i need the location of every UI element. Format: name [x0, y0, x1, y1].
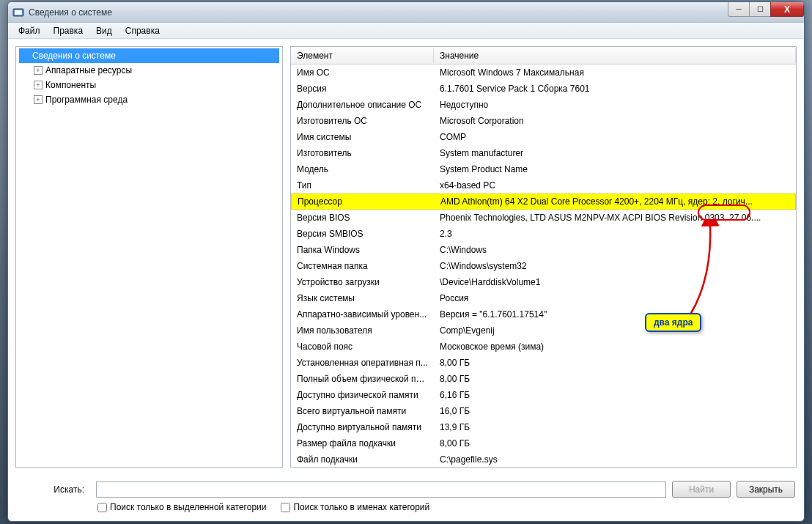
cell-element: Тип [291, 180, 434, 191]
cell-value: 8,00 ГБ [434, 358, 796, 368]
cell-element: Папка Windows [291, 245, 434, 255]
table-row[interactable]: Дополнительное описание ОСНедоступно [291, 97, 796, 113]
app-window: Сведения о системе ─ ☐ X Файл Правка Вид… [7, 1, 805, 522]
close-dialog-button[interactable]: Закрыть [737, 481, 795, 498]
table-row[interactable]: Размер файла подкачки8,00 ГБ [291, 435, 796, 451]
check-selected-category[interactable]: Поиск только в выделенной категории [97, 502, 266, 512]
table-row[interactable]: Доступно виртуальной памяти13,9 ГБ [291, 419, 796, 435]
table-row[interactable]: Устройство загрузки\Device\HarddiskVolum… [291, 274, 796, 290]
table-row[interactable]: Язык системыРоссия [291, 290, 796, 306]
check-selected-category-box[interactable] [97, 503, 107, 512]
expand-icon[interactable]: + [34, 95, 43, 104]
tree-hardware-resources[interactable]: + Аппаратные ресурсы [32, 63, 279, 78]
search-input[interactable] [96, 481, 666, 498]
details-pane: Элемент Значение Имя ОСMicrosoft Windows… [290, 46, 797, 468]
cell-value: System manufacturer [434, 148, 796, 158]
table-row[interactable]: ИзготовительSystem manufacturer [291, 145, 796, 161]
table-row[interactable]: Версия SMBIOS2.3 [291, 226, 796, 242]
menu-file[interactable]: Файл [12, 24, 46, 37]
cell-value: Microsoft Windows 7 Максимальная [434, 67, 796, 78]
table-row[interactable]: ПроцессорAMD Athlon(tm) 64 X2 Dual Core … [291, 193, 796, 210]
cell-element: Доступно виртуальной памяти [291, 422, 434, 432]
tree-label: Компоненты [45, 80, 96, 90]
cell-value: 6,16 ГБ [434, 390, 796, 400]
cell-value: Microsoft Corporation [434, 116, 796, 126]
column-element[interactable]: Элемент [291, 48, 434, 63]
table-row[interactable]: Доступно физической памяти6,16 ГБ [291, 387, 796, 403]
table-row[interactable]: Изготовитель ОСMicrosoft Corporation [291, 113, 796, 129]
titlebar[interactable]: Сведения о системе ─ ☐ X [8, 2, 804, 23]
cell-element: Имя ОС [291, 67, 434, 78]
cell-value: C:\pagefile.sys [434, 454, 796, 465]
cell-element: Версия [291, 84, 434, 94]
find-button[interactable]: Найти [672, 481, 731, 498]
cell-element: Размер файла подкачки [291, 438, 434, 449]
app-icon [12, 7, 24, 18]
search-row: Искать: Найти Закрыть [17, 481, 795, 498]
menubar: Файл Правка Вид Справка [8, 23, 804, 39]
table-row[interactable]: Часовой поясМосковское время (зима) [291, 339, 796, 355]
category-tree[interactable]: + Сведения о системе + Аппаратные ресурс… [16, 47, 282, 108]
close-button[interactable]: X [770, 2, 804, 17]
cell-element: Имя системы [291, 132, 434, 142]
check-label: Поиск только в именах категорий [293, 502, 429, 512]
maximize-button[interactable]: ☐ [749, 2, 771, 17]
cell-element: Системная папка [291, 261, 434, 271]
cell-value: x64-based PC [434, 180, 796, 191]
cell-value: 13,9 ГБ [434, 422, 796, 432]
cell-element: Модель [291, 164, 434, 174]
table-row[interactable]: Всего виртуальной памяти16,0 ГБ [291, 403, 796, 419]
table-row[interactable]: Имя ОСMicrosoft Windows 7 Максимальная [291, 64, 796, 81]
cell-value: Недоступно [434, 100, 796, 110]
table-row[interactable]: МодельSystem Product Name [291, 161, 796, 177]
column-value[interactable]: Значение [434, 48, 796, 63]
content-area: + Сведения о системе + Аппаратные ресурс… [8, 39, 804, 475]
table-row[interactable]: Типx64-based PC [291, 177, 796, 193]
check-category-names-box[interactable] [281, 503, 290, 512]
table-row[interactable]: Полный объем физической па...8,00 ГБ [291, 371, 796, 387]
tree-label: Аппаратные ресурсы [45, 65, 132, 75]
cell-value: Россия [434, 293, 796, 303]
check-category-names[interactable]: Поиск только в именах категорий [281, 502, 429, 512]
table-row[interactable]: Имя системыCOMP [291, 129, 796, 145]
check-label: Поиск только в выделенной категории [110, 502, 266, 512]
tree-software-environment[interactable]: + Программная среда [32, 92, 279, 107]
cell-value: 16,0 ГБ [434, 406, 796, 416]
cell-element: Дополнительное описание ОС [291, 100, 434, 110]
expand-icon[interactable]: + [34, 66, 43, 75]
window-controls: ─ ☐ X [728, 2, 804, 17]
table-row[interactable]: Версия BIOSPhoenix Technologies, LTD ASU… [291, 210, 796, 226]
tree-root-system-summary[interactable]: + Сведения о системе [19, 48, 279, 63]
cell-element: Изготовитель ОС [291, 116, 434, 126]
cell-value: COMP [434, 132, 796, 142]
cell-value: Московское время (зима) [434, 342, 796, 352]
details-header: Элемент Значение [291, 47, 796, 64]
cell-element: Установленная оперативная п... [291, 358, 434, 368]
cell-element: Имя пользователя [291, 325, 434, 336]
table-row[interactable]: Версия6.1.7601 Service Pack 1 Сборка 760… [291, 81, 796, 97]
menu-help[interactable]: Справка [119, 24, 166, 37]
minimize-button[interactable]: ─ [728, 2, 750, 17]
menu-edit[interactable]: Правка [48, 24, 89, 37]
expand-icon[interactable]: + [34, 81, 43, 89]
cell-value: 2.3 [434, 229, 796, 239]
table-row[interactable]: Имя пользователяComp\Evgenij [291, 322, 796, 339]
search-label: Искать: [17, 484, 90, 495]
details-list[interactable]: Имя ОСMicrosoft Windows 7 МаксимальнаяВе… [291, 64, 796, 467]
table-row[interactable]: Установленная оперативная п...8,00 ГБ [291, 355, 796, 371]
cell-value: Comp\Evgenij [434, 325, 796, 336]
cell-value: 6.1.7601 Service Pack 1 Сборка 7601 [434, 84, 796, 94]
tree-components[interactable]: + Компоненты [32, 78, 279, 92]
table-row[interactable]: Папка WindowsC:\Windows [291, 242, 796, 258]
table-row[interactable]: Системная папкаC:\Windows\system32 [291, 258, 796, 274]
menu-view[interactable]: Вид [90, 24, 118, 37]
table-row[interactable]: Файл подкачкиC:\pagefile.sys [291, 451, 796, 467]
table-row[interactable]: Аппаратно-зависимый уровен...Версия = "6… [291, 306, 796, 322]
checkbox-row: Поиск только в выделенной категории Поис… [17, 502, 795, 512]
cell-element: Версия BIOS [291, 213, 434, 223]
cell-element: Процессор [292, 196, 435, 207]
cell-value: C:\Windows [434, 245, 796, 255]
cell-element: Изготовитель [291, 148, 434, 158]
window-title: Сведения о системе [29, 7, 112, 18]
cell-value: 8,00 ГБ [434, 438, 796, 449]
